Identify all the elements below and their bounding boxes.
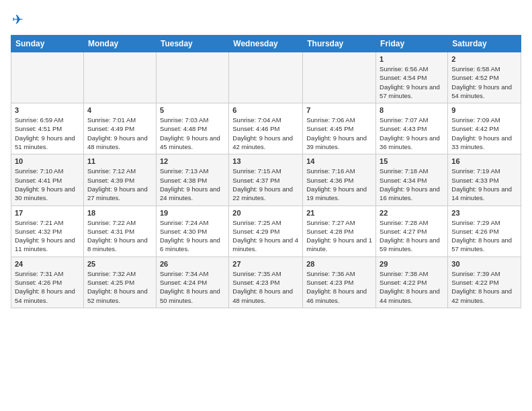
logo-icon: ✈ <box>11 11 30 30</box>
calendar-cell <box>303 52 376 103</box>
day-info: Sunrise: 7:18 AM Sunset: 4:34 PM Dayligh… <box>380 167 444 202</box>
day-info: Sunrise: 7:39 AM Sunset: 4:22 PM Dayligh… <box>451 269 517 305</box>
day-number: 28 <box>306 260 372 268</box>
day-info: Sunrise: 7:03 AM Sunset: 4:48 PM Dayligh… <box>160 116 225 151</box>
calendar-cell: 1Sunrise: 6:56 AM Sunset: 4:54 PM Daylig… <box>376 52 448 103</box>
svg-text:✈: ✈ <box>12 12 24 27</box>
day-number: 19 <box>160 209 225 217</box>
calendar-cell: 16Sunrise: 7:19 AM Sunset: 4:33 PM Dayli… <box>448 154 521 205</box>
day-number: 16 <box>451 157 517 165</box>
calendar-cell: 29Sunrise: 7:38 AM Sunset: 4:22 PM Dayli… <box>376 257 448 308</box>
day-info: Sunrise: 7:07 AM Sunset: 4:43 PM Dayligh… <box>380 116 444 151</box>
calendar-cell <box>156 52 228 103</box>
calendar-cell: 11Sunrise: 7:12 AM Sunset: 4:39 PM Dayli… <box>83 154 156 205</box>
day-info: Sunrise: 7:09 AM Sunset: 4:42 PM Dayligh… <box>451 116 517 151</box>
calendar-cell <box>11 52 84 103</box>
day-number: 22 <box>380 209 444 217</box>
calendar-week-1: 1Sunrise: 6:56 AM Sunset: 4:54 PM Daylig… <box>11 52 521 103</box>
day-info: Sunrise: 7:22 AM Sunset: 4:31 PM Dayligh… <box>87 218 152 254</box>
calendar-table: SundayMondayTuesdayWednesdayThursdayFrid… <box>11 35 521 308</box>
day-info: Sunrise: 7:15 AM Sunset: 4:37 PM Dayligh… <box>232 167 299 202</box>
calendar-week-5: 24Sunrise: 7:31 AM Sunset: 4:26 PM Dayli… <box>11 257 521 308</box>
day-number: 10 <box>15 157 80 165</box>
calendar-cell: 24Sunrise: 7:31 AM Sunset: 4:26 PM Dayli… <box>11 257 84 308</box>
calendar-cell <box>229 52 303 103</box>
day-info: Sunrise: 7:24 AM Sunset: 4:30 PM Dayligh… <box>160 218 225 254</box>
day-number: 2 <box>451 55 517 63</box>
day-info: Sunrise: 7:12 AM Sunset: 4:39 PM Dayligh… <box>87 167 152 202</box>
day-info: Sunrise: 6:58 AM Sunset: 4:52 PM Dayligh… <box>451 64 517 100</box>
calendar-cell: 25Sunrise: 7:32 AM Sunset: 4:25 PM Dayli… <box>83 257 156 308</box>
calendar-cell: 27Sunrise: 7:35 AM Sunset: 4:23 PM Dayli… <box>229 257 303 308</box>
day-number: 12 <box>160 157 225 165</box>
weekday-header-thursday: Thursday <box>303 36 376 52</box>
day-number: 24 <box>15 260 80 268</box>
day-info: Sunrise: 7:27 AM Sunset: 4:28 PM Dayligh… <box>306 218 372 254</box>
calendar-cell: 18Sunrise: 7:22 AM Sunset: 4:31 PM Dayli… <box>83 205 156 257</box>
day-info: Sunrise: 7:32 AM Sunset: 4:25 PM Dayligh… <box>87 269 152 305</box>
calendar-cell: 23Sunrise: 7:29 AM Sunset: 4:26 PM Dayli… <box>448 205 521 257</box>
day-info: Sunrise: 7:21 AM Sunset: 4:32 PM Dayligh… <box>15 218 80 254</box>
calendar-week-3: 10Sunrise: 7:10 AM Sunset: 4:41 PM Dayli… <box>11 154 521 205</box>
weekday-header-wednesday: Wednesday <box>229 36 303 52</box>
calendar-body: 1Sunrise: 6:56 AM Sunset: 4:54 PM Daylig… <box>11 52 521 308</box>
calendar-cell: 26Sunrise: 7:34 AM Sunset: 4:24 PM Dayli… <box>156 257 228 308</box>
weekday-header-tuesday: Tuesday <box>156 36 228 52</box>
day-info: Sunrise: 7:16 AM Sunset: 4:36 PM Dayligh… <box>306 167 372 202</box>
day-number: 21 <box>306 209 372 217</box>
day-info: Sunrise: 7:04 AM Sunset: 4:46 PM Dayligh… <box>232 116 299 151</box>
calendar-cell: 12Sunrise: 7:13 AM Sunset: 4:38 PM Dayli… <box>156 154 228 205</box>
calendar-cell: 21Sunrise: 7:27 AM Sunset: 4:28 PM Dayli… <box>303 205 376 257</box>
day-number: 13 <box>232 157 299 165</box>
calendar-cell: 19Sunrise: 7:24 AM Sunset: 4:30 PM Dayli… <box>156 205 228 257</box>
weekday-header-saturday: Saturday <box>448 36 521 52</box>
calendar-cell: 2Sunrise: 6:58 AM Sunset: 4:52 PM Daylig… <box>448 52 521 103</box>
day-number: 17 <box>15 209 80 217</box>
day-number: 26 <box>160 260 225 268</box>
day-info: Sunrise: 7:19 AM Sunset: 4:33 PM Dayligh… <box>451 167 517 202</box>
day-number: 5 <box>160 106 225 114</box>
calendar-week-2: 3Sunrise: 6:59 AM Sunset: 4:51 PM Daylig… <box>11 103 521 154</box>
calendar-cell: 20Sunrise: 7:25 AM Sunset: 4:29 PM Dayli… <box>229 205 303 257</box>
day-info: Sunrise: 7:36 AM Sunset: 4:23 PM Dayligh… <box>306 269 372 305</box>
calendar-cell: 17Sunrise: 7:21 AM Sunset: 4:32 PM Dayli… <box>11 205 84 257</box>
weekday-header-monday: Monday <box>83 36 156 52</box>
day-number: 23 <box>451 209 517 217</box>
day-number: 27 <box>232 260 299 268</box>
day-info: Sunrise: 7:28 AM Sunset: 4:27 PM Dayligh… <box>380 218 444 254</box>
calendar-cell: 3Sunrise: 6:59 AM Sunset: 4:51 PM Daylig… <box>11 103 84 154</box>
day-number: 20 <box>232 209 299 217</box>
calendar-cell: 10Sunrise: 7:10 AM Sunset: 4:41 PM Dayli… <box>11 154 84 205</box>
day-number: 30 <box>451 260 517 268</box>
calendar-cell: 8Sunrise: 7:07 AM Sunset: 4:43 PM Daylig… <box>376 103 448 154</box>
calendar-cell: 28Sunrise: 7:36 AM Sunset: 4:23 PM Dayli… <box>303 257 376 308</box>
page-header: ✈ <box>11 11 521 30</box>
weekday-header-friday: Friday <box>376 36 448 52</box>
day-info: Sunrise: 6:56 AM Sunset: 4:54 PM Dayligh… <box>380 64 444 100</box>
day-number: 25 <box>87 260 152 268</box>
day-number: 8 <box>380 106 444 114</box>
day-info: Sunrise: 7:35 AM Sunset: 4:23 PM Dayligh… <box>232 269 299 305</box>
calendar-cell: 15Sunrise: 7:18 AM Sunset: 4:34 PM Dayli… <box>376 154 448 205</box>
day-info: Sunrise: 7:06 AM Sunset: 4:45 PM Dayligh… <box>306 116 372 151</box>
day-number: 11 <box>87 157 152 165</box>
calendar-cell: 6Sunrise: 7:04 AM Sunset: 4:46 PM Daylig… <box>229 103 303 154</box>
day-info: Sunrise: 6:59 AM Sunset: 4:51 PM Dayligh… <box>15 116 80 151</box>
day-number: 14 <box>306 157 372 165</box>
day-number: 6 <box>232 106 299 114</box>
day-number: 9 <box>451 106 517 114</box>
day-number: 18 <box>87 209 152 217</box>
day-number: 3 <box>15 106 80 114</box>
calendar-header: SundayMondayTuesdayWednesdayThursdayFrid… <box>11 36 521 52</box>
calendar-cell <box>83 52 156 103</box>
day-number: 15 <box>380 157 444 165</box>
day-info: Sunrise: 7:25 AM Sunset: 4:29 PM Dayligh… <box>232 218 299 254</box>
day-info: Sunrise: 7:31 AM Sunset: 4:26 PM Dayligh… <box>15 269 80 305</box>
calendar-cell: 30Sunrise: 7:39 AM Sunset: 4:22 PM Dayli… <box>448 257 521 308</box>
day-info: Sunrise: 7:01 AM Sunset: 4:49 PM Dayligh… <box>87 116 152 151</box>
day-info: Sunrise: 7:38 AM Sunset: 4:22 PM Dayligh… <box>380 269 444 305</box>
weekday-header-row: SundayMondayTuesdayWednesdayThursdayFrid… <box>11 36 521 52</box>
calendar-cell: 22Sunrise: 7:28 AM Sunset: 4:27 PM Dayli… <box>376 205 448 257</box>
day-number: 4 <box>87 106 152 114</box>
day-number: 29 <box>380 260 444 268</box>
